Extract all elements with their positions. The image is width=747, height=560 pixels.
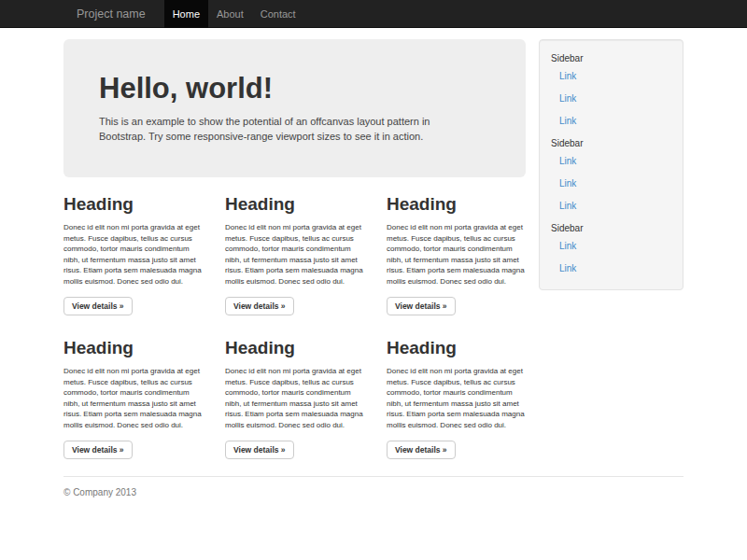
footer-divider [63,476,684,477]
jumbotron-text: This is an example to show the potential… [99,114,472,144]
card: Heading Donec id elit non mi porta gravi… [63,177,202,321]
sidebar-link[interactable]: Link [551,173,671,195]
card-heading: Heading [387,338,525,358]
nav-item-contact[interactable]: Contact [252,0,304,28]
sidebar-link[interactable]: Link [551,88,671,110]
card-heading: Heading [387,194,525,215]
card: Heading Donec id elit non mi porta gravi… [387,177,525,321]
navbar-container: Project name Home About Contact [63,0,684,28]
card: Heading Donec id elit non mi porta gravi… [225,177,363,321]
copyright-text: © Company 2013 [63,487,684,497]
sidebar-group-title: Sidebar [551,48,671,65]
card-body-text: Donec id elit non mi porta gravida at eg… [387,366,525,430]
card-row-2: Heading Donec id elit non mi porta gravi… [63,321,526,465]
card-body-text: Donec id elit non mi porta gravida at eg… [387,222,525,287]
sidebar-link[interactable]: Link [551,235,671,258]
sidebar: Sidebar Link Link Link Sidebar Link Link… [539,39,684,290]
sidebar-group-title: Sidebar [551,133,671,150]
card: Heading Donec id elit non mi porta gravi… [225,321,363,465]
card: Heading Donec id elit non mi porta gravi… [63,321,202,465]
sidebar-link[interactable]: Link [551,195,671,217]
card-body-text: Donec id elit non mi porta gravida at eg… [63,366,202,430]
card-heading: Heading [225,194,363,215]
card-body-text: Donec id elit non mi porta gravida at eg… [225,222,363,287]
card-heading: Heading [225,338,363,358]
jumbotron: Hello, world! This is an example to show… [63,39,526,177]
view-details-button[interactable]: View details » [225,297,294,315]
sidebar-link[interactable]: Link [551,258,671,280]
sidebar-group-title: Sidebar [551,217,671,235]
card-body-text: Donec id elit non mi porta gravida at eg… [225,366,363,430]
nav-item-about[interactable]: About [208,0,252,28]
brand-link[interactable]: Project name [63,0,164,28]
main-content: Hello, world! This is an example to show… [63,39,526,465]
card-row-1: Heading Donec id elit non mi porta gravi… [63,177,526,321]
nav-item-home[interactable]: Home [164,0,208,28]
view-details-button[interactable]: View details » [63,297,133,315]
view-details-button[interactable]: View details » [387,441,456,459]
view-details-button[interactable]: View details » [63,441,133,459]
page-title: Hello, world! [99,73,490,105]
top-navbar: Project name Home About Contact [0,0,747,28]
sidebar-link[interactable]: Link [551,150,671,173]
card: Heading Donec id elit non mi porta gravi… [387,321,525,465]
sidebar-link[interactable]: Link [551,65,671,88]
card-body-text: Donec id elit non mi porta gravida at eg… [63,222,202,287]
sidebar-well: Sidebar Link Link Link Sidebar Link Link… [539,39,684,290]
card-heading: Heading [63,194,202,215]
page-container: Hello, world! This is an example to show… [63,39,684,497]
view-details-button[interactable]: View details » [225,441,294,459]
card-heading: Heading [63,338,202,358]
view-details-button[interactable]: View details » [387,297,456,315]
sidebar-link[interactable]: Link [551,110,671,133]
